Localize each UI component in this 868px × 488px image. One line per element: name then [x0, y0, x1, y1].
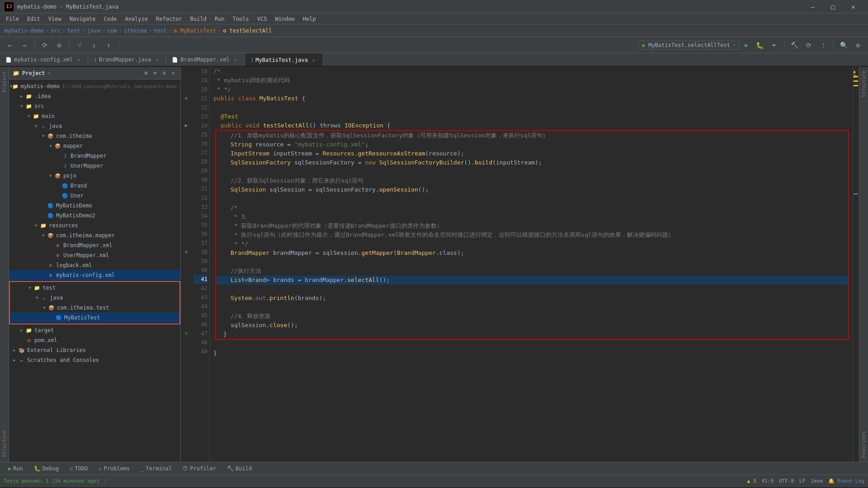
tab-mybatis-config[interactable]: 📄 mybatis-config.xml ✕ [0, 53, 88, 66]
menu-tools[interactable]: Tools [229, 15, 253, 23]
tree-test[interactable]: ▼ 📁 test [10, 283, 179, 293]
tree-usermapper-java[interactable]: ▶ J UserMapper [9, 161, 180, 171]
search-everywhere[interactable]: 🔍 [837, 39, 850, 52]
position-status[interactable]: 41:9 [761, 478, 774, 484]
tree-mybatisdemo2[interactable]: ▶ 🔵 MyBatisDemo2 [9, 211, 180, 221]
hide-panel-icon[interactable]: ✕ [170, 70, 177, 77]
gear-icon[interactable]: ⚙ [160, 70, 168, 77]
coverage-button[interactable]: ☂ [768, 39, 780, 52]
minimize-button[interactable]: — [802, 0, 823, 14]
settings-button[interactable]: ⚙ [852, 39, 864, 52]
tab-mybatistest-java[interactable]: J MyBatisTest.java ✕ [245, 53, 323, 66]
encoding-status[interactable]: UTF-8 [779, 478, 794, 484]
tree-usermapper-xml[interactable]: ▶ ≡ UserMapper.xml [9, 250, 180, 260]
tab-brandmapper-java[interactable]: J BrandMapper.java ✕ [88, 53, 166, 66]
project-panel-toggle[interactable]: Project [0, 69, 8, 95]
menu-window[interactable]: Window [271, 15, 298, 23]
maximize-button[interactable]: □ [823, 0, 843, 14]
menu-code[interactable]: Code [100, 15, 121, 23]
menu-vcs[interactable]: VCS [254, 15, 271, 23]
tree-test-java[interactable]: ▼ ☕ java [10, 293, 179, 303]
menu-run[interactable]: Run [211, 15, 228, 23]
toolbar-vcs[interactable]: ⑂ [73, 39, 86, 52]
tab-close-brandmapper-xml[interactable]: ✕ [232, 56, 239, 63]
bottom-tab-build[interactable]: 🔨 Build [222, 464, 256, 473]
tree-resources[interactable]: ▼ 📁 resources [9, 221, 180, 230]
terminal-icon: _ [141, 465, 144, 472]
breadcrumb-java[interactable]: java [87, 28, 100, 34]
run-button[interactable]: ▶ [741, 40, 751, 50]
menu-help[interactable]: Help [299, 15, 320, 23]
toolbar-forward[interactable]: → [18, 39, 31, 52]
tree-brandmapper-xml-label: BrandMapper.xml [63, 242, 112, 249]
language-status[interactable]: Java [811, 478, 823, 484]
toolbar-back[interactable]: ← [4, 39, 16, 52]
debug-button[interactable]: 🐛 [753, 39, 766, 52]
tree-pom-xml[interactable]: ▶ m pom.xml [9, 335, 180, 345]
breadcrumb-test[interactable]: test [67, 28, 80, 34]
tree-brandmapper-xml[interactable]: ▶ ≡ BrandMapper.xml [9, 240, 180, 250]
bottom-tab-profiler[interactable]: ⏱ Profiler [178, 464, 221, 473]
breadcrumb-com[interactable]: com [107, 28, 117, 34]
breadcrumb-project[interactable]: mybatis-demo [5, 28, 44, 34]
run-config-dropdown[interactable]: ▶ MyBatisTest.selectAllTest ▾ [638, 41, 740, 50]
breadcrumb-test2[interactable]: test [154, 28, 167, 34]
project-dropdown-icon[interactable]: ▾ [48, 70, 51, 75]
bottom-tab-terminal[interactable]: _ Terminal [136, 464, 176, 473]
tree-com-itheima-mapper[interactable]: ▼ 📦 com.itheima.mapper [9, 230, 180, 240]
menu-file[interactable]: File [2, 15, 23, 23]
tree-brand[interactable]: ▶ 🔵 Brand [9, 181, 180, 191]
tree-com-itheima-test[interactable]: ▼ 📦 com.itheima.test [10, 303, 179, 313]
tree-main-java[interactable]: ▼ ☕ java [9, 121, 180, 131]
menu-view[interactable]: View [45, 15, 65, 23]
menu-edit[interactable]: Edit [24, 15, 44, 23]
build-button[interactable]: 🔨 [788, 39, 801, 52]
toolbar-settings[interactable]: ⚙ [53, 39, 66, 52]
tree-brandmapper-java[interactable]: ▶ J BrandMapper [9, 151, 180, 161]
tree-mybatisdemo[interactable]: ▶ 🔵 MyBatisDemo [9, 201, 180, 211]
tree-mybatistest[interactable]: ▶ 🔵 MyBatisTest [10, 313, 179, 323]
code-line-28: SqlSessionFactory sqlSessionFactory = ne… [216, 158, 848, 167]
tree-mapper[interactable]: ▼ 📦 mapper [9, 141, 180, 151]
tree-user[interactable]: ▶ 🔵 User [9, 191, 180, 201]
code-content[interactable]: /* * mybatis训练的测试代码 * */ public class My… [210, 67, 853, 462]
tree-mybatis-config[interactable]: ▶ ≡ mybatis-config.xml [9, 270, 180, 280]
tree-src[interactable]: ▼ 📁 src [9, 101, 180, 111]
menu-build[interactable]: Build [187, 15, 210, 23]
tree-target[interactable]: ▶ 📁 target [9, 325, 180, 335]
scroll-to-center-icon[interactable]: ⊕ [151, 70, 159, 77]
close-button[interactable]: ✕ [843, 0, 863, 14]
favorites-panel-toggle[interactable]: Favorites [859, 427, 868, 462]
breadcrumb-src[interactable]: src [51, 28, 61, 34]
gutter-24[interactable]: ▶ [181, 121, 192, 130]
menu-navigate[interactable]: Navigate [66, 15, 99, 23]
tree-idea[interactable]: ▶ 📁 .idea [9, 91, 180, 101]
collapse-all-icon[interactable]: ⊞ [142, 70, 150, 77]
tree-root[interactable]: ▼ 📁 mybatis-demo E:\JAVA_LearningMateria… [9, 81, 180, 91]
tab-close-mybatis-config[interactable]: ✕ [75, 56, 82, 63]
tab-brandmapper-xml[interactable]: 📄 BrandMapper.xml ✕ [166, 53, 245, 66]
bottom-tab-todo[interactable]: ☑ TODO [65, 464, 92, 473]
tree-pojo[interactable]: ▼ 📦 pojo [9, 171, 180, 181]
tree-com-itheima[interactable]: ▼ 📦 com.itheima [9, 131, 180, 141]
toolbar-push[interactable]: ↑ [102, 39, 115, 52]
bottom-tab-run[interactable]: ▶ Run [4, 464, 28, 473]
menu-refactor[interactable]: Refactor [152, 15, 186, 23]
structure-label[interactable]: Structure [0, 427, 8, 460]
tab-close-mybatistest-java[interactable]: ✕ [310, 56, 317, 64]
tree-main[interactable]: ▼ 📁 main [9, 111, 180, 121]
tab-close-brandmapper-java[interactable]: ✕ [153, 56, 160, 63]
tree-external-libraries[interactable]: ▶ 📚 External Libraries [9, 345, 180, 355]
sync-button[interactable]: ⟳ [802, 39, 815, 52]
bottom-tab-problems[interactable]: ⚠ Problems [94, 464, 134, 473]
breadcrumb-itheima[interactable]: itheima [124, 28, 147, 34]
line-ending-status[interactable]: LF [799, 478, 805, 484]
menu-analyze[interactable]: Analyze [121, 15, 151, 23]
more-actions[interactable]: ⋮ [817, 39, 830, 52]
bottom-tab-debug[interactable]: 🐛 Debug [29, 464, 63, 473]
structure-panel-toggle[interactable]: Structure [859, 67, 868, 101]
tree-logback-xml[interactable]: ▶ ≡ logback.xml [9, 260, 180, 270]
toolbar-recent[interactable]: ⟳ [38, 39, 51, 52]
toolbar-update[interactable]: ↓ [88, 39, 100, 52]
tree-scratches[interactable]: ▶ ✏ Scratches and Consoles [9, 355, 180, 365]
